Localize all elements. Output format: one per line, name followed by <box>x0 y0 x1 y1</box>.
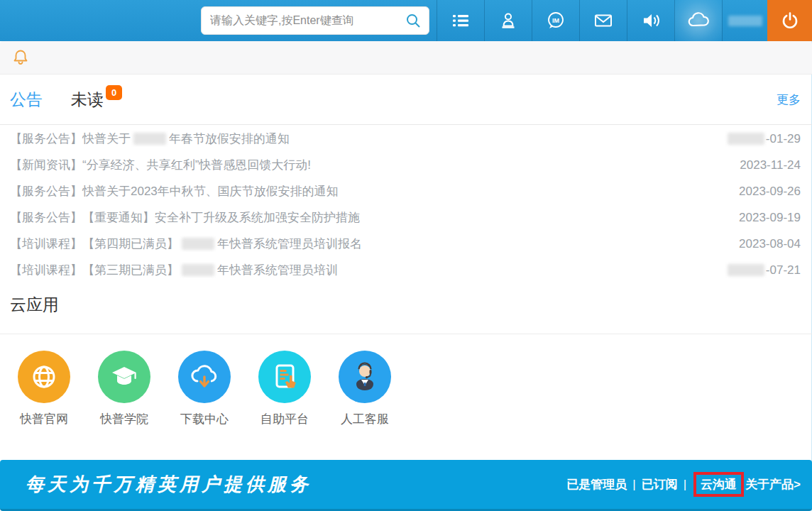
cloud-icon <box>686 9 710 33</box>
user-account-button[interactable] <box>722 0 767 41</box>
announcements-header: 公告 未读 0 更多 <box>0 75 812 125</box>
tab-unread[interactable]: 未读 <box>71 89 104 111</box>
bell-icon[interactable] <box>11 48 30 67</box>
date-text: 2023-09-26 <box>739 185 801 199</box>
contacts-button[interactable] <box>484 0 532 41</box>
more-link[interactable]: 更多 <box>777 92 801 108</box>
announcement-text: 【培训课程】【第四期已满员】 年快普系统管理员培训报名 <box>10 236 362 252</box>
announcement-text-part: 【培训课程】【第四期已满员】 <box>10 236 179 252</box>
redacted-text <box>133 133 166 145</box>
announcement-text: 【新闻资讯】“分享经济、共享红利”快普感恩回馈大行动! <box>10 157 311 173</box>
announcement-text: 【培训课程】【第三期已满员】 年快普系统管理员培训 <box>10 262 338 278</box>
self-service-icon <box>258 351 311 403</box>
announcement-date: 2023-11-24 <box>740 158 801 172</box>
announcement-date: 2023-09-26 <box>739 185 801 199</box>
footer-bar: 每天为千万精英用户提供服务 已是管理员 | 已订阅 | 云沟通 关于产品> <box>0 460 812 511</box>
redacted-date-year <box>728 264 764 276</box>
cloud-apps-row: 快普官网 快普学院 下载中心 <box>10 351 411 427</box>
broadcast-button[interactable] <box>627 0 674 41</box>
announcement-row[interactable]: 【服务公告】快普关于2023年中秋节、国庆节放假安排的通知 2023-09-26 <box>0 178 812 204</box>
announcement-text: 【服务公告】快普关于2023年中秋节、国庆节放假安排的通知 <box>10 183 339 199</box>
menu-list-icon <box>451 11 471 31</box>
user-name-redacted <box>728 16 762 26</box>
announcement-text-part: 【服务公告】快普关于 <box>10 131 131 147</box>
app-academy[interactable]: 快普学院 <box>90 351 158 427</box>
mail-button[interactable] <box>579 0 627 41</box>
app-self-service[interactable]: 自助平台 <box>251 351 319 427</box>
footer-separator: | <box>632 478 635 492</box>
app-label: 人工客服 <box>341 411 389 427</box>
app-official-site[interactable]: 快普官网 <box>10 351 78 427</box>
announcement-date: -07-21 <box>728 263 801 278</box>
announcement-row[interactable]: 【培训课程】【第三期已满员】 年快普系统管理员培训 -07-21 <box>0 257 812 283</box>
announcement-text-part: 年快普系统管理员培训 <box>217 262 338 278</box>
app-label: 快普官网 <box>20 411 68 427</box>
redacted-text <box>182 264 214 276</box>
app-customer-service[interactable]: 人工客服 <box>331 351 399 427</box>
top-bar: IM <box>0 0 812 41</box>
date-text: -07-21 <box>766 263 801 278</box>
announcement-row[interactable]: 【培训课程】【第四期已满员】 年快普系统管理员培训报名 2023-08-04 <box>0 231 812 257</box>
mail-icon <box>593 10 614 31</box>
unread-count-badge: 0 <box>106 85 122 100</box>
im-messenger-icon: IM <box>545 10 566 31</box>
date-text: -01-29 <box>766 132 801 146</box>
cloud-button[interactable] <box>674 0 722 41</box>
app-window: IM <box>0 0 812 511</box>
announcement-date: -01-29 <box>728 132 801 146</box>
logout-power-button[interactable] <box>767 0 812 41</box>
date-text: 2023-09-19 <box>739 211 801 225</box>
contacts-icon <box>498 11 518 31</box>
cloud-apps-title: 云应用 <box>10 294 59 316</box>
app-label: 下载中心 <box>180 411 229 427</box>
announcement-text-part: 年春节放假安排的通知 <box>169 131 290 147</box>
app-label: 快普学院 <box>100 411 148 427</box>
announcement-row[interactable]: 【新闻资讯】“分享经济、共享红利”快普感恩回馈大行动! 2023-11-24 <box>0 152 812 178</box>
footer-slogan: 每天为千万精英用户提供服务 <box>26 472 312 497</box>
redacted-date-year <box>728 133 764 145</box>
graduation-cap-icon <box>98 351 150 403</box>
announcement-text: 【服务公告】快普关于 年春节放假安排的通知 <box>10 131 290 147</box>
announcement-text-part: 年快普系统管理员培训报名 <box>217 236 362 252</box>
app-download-center[interactable]: 下载中心 <box>170 351 238 427</box>
announcement-list: 【服务公告】快普关于 年春节放假安排的通知 -01-29 【新闻资讯】“分享经济… <box>0 126 812 283</box>
divider <box>0 334 812 334</box>
notification-bar <box>0 41 812 75</box>
customer-service-icon <box>339 351 391 403</box>
announcement-date: 2023-08-04 <box>739 237 801 251</box>
announcement-text-part: 【服务公告】快普关于2023年中秋节、国庆节放假安排的通知 <box>10 183 339 199</box>
announcement-date: 2023-09-19 <box>739 211 801 225</box>
announcement-text: 【服务公告】【重要通知】安全补丁升级及系统加强安全防护措施 <box>10 209 360 226</box>
svg-text:IM: IM <box>552 17 559 24</box>
announcement-row[interactable]: 【服务公告】快普关于 年春节放假安排的通知 -01-29 <box>0 126 812 152</box>
announcement-row[interactable]: 【服务公告】【重要通知】安全补丁升级及系统加强安全防护措施 2023-09-19 <box>0 204 812 231</box>
footer-link-admin[interactable]: 已是管理员 <box>566 476 627 493</box>
im-button[interactable]: IM <box>532 0 579 41</box>
topbar-buttons: IM <box>437 0 812 41</box>
announcement-text-part: 【新闻资讯】“分享经济、共享红利”快普感恩回馈大行动! <box>10 157 311 173</box>
footer-links: 已是管理员 | 已订阅 | 云沟通 关于产品> <box>566 472 801 497</box>
tab-announcements[interactable]: 公告 <box>10 89 43 111</box>
date-text: 2023-11-24 <box>740 158 801 172</box>
date-text: 2023-08-04 <box>739 237 801 251</box>
power-icon <box>780 11 800 31</box>
footer-link-subscribed[interactable]: 已订阅 <box>642 476 678 493</box>
footer-link-about-product[interactable]: 关于产品> <box>745 476 801 493</box>
globe-icon <box>18 351 70 403</box>
announcement-text-part: 【培训课程】【第三期已满员】 <box>10 262 179 278</box>
app-label: 自助平台 <box>260 411 309 427</box>
announcement-text-part: 【服务公告】【重要通知】安全补丁升级及系统加强安全防护措施 <box>10 209 360 226</box>
footer-link-cloud-chat[interactable]: 云沟通 <box>701 478 737 491</box>
menu-list-button[interactable] <box>437 0 484 41</box>
search-icon[interactable] <box>405 12 422 29</box>
cloud-download-icon <box>178 351 231 403</box>
announcement-speaker-icon <box>640 10 662 31</box>
footer-separator: | <box>684 478 686 492</box>
search-box[interactable] <box>201 6 429 35</box>
highlight-annotation-box[interactable]: 云沟通 <box>693 472 744 497</box>
search-input[interactable] <box>210 14 405 27</box>
redacted-text <box>182 238 214 250</box>
